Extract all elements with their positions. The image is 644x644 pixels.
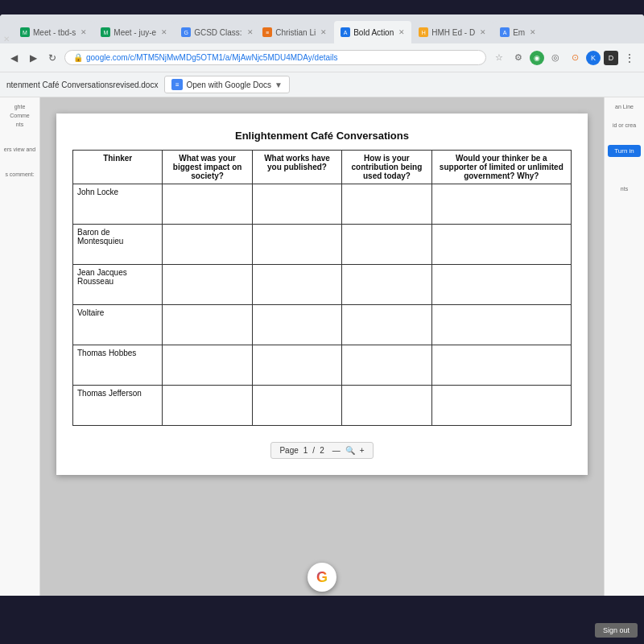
tab-bar: ✕ M Meet - tbd-s ✕ M Meet - juy-e ✕ G GC… [0, 14, 644, 43]
google-logo: G [308, 563, 336, 592]
tab-em[interactable]: A Em ✕ [493, 21, 543, 43]
sign-out-button[interactable]: Sign out [595, 623, 638, 638]
tab-meet-1[interactable]: M Meet - tbd-s ✕ [14, 21, 93, 43]
table-row: Voltaire [73, 305, 572, 345]
cell-works-3 [252, 305, 341, 345]
total-pages: 2 [320, 446, 324, 455]
cell-supporter-3 [431, 305, 571, 345]
cell-supporter-4 [431, 345, 571, 386]
cell-thinker-2: Jean Jacques Rousseau [73, 265, 163, 305]
cell-impact-5 [163, 386, 252, 426]
cell-contribution-2 [342, 265, 431, 305]
extension-icon-1[interactable]: ◉ [530, 51, 544, 65]
tab-gcsd[interactable]: G GCSD Class: ✕ [175, 21, 255, 43]
table-row: Thomas Jefferson [73, 386, 572, 426]
google-circle: G [308, 563, 336, 592]
cell-works-1 [252, 225, 341, 265]
table-row: John Locke [73, 184, 572, 225]
extension-d-icon[interactable]: D [604, 51, 618, 65]
cell-supporter-2 [431, 265, 571, 305]
cell-impact-2 [163, 265, 252, 305]
open-with-gdocs-button[interactable]: ≡ Open with Google Docs ▼ [164, 76, 290, 93]
tab-christian[interactable]: ≡ Christian Li ✕ [256, 21, 333, 43]
browser-close[interactable]: ✕ [3, 35, 10, 43]
page-separator: / [312, 446, 315, 455]
cell-works-2 [252, 265, 341, 305]
tab-close-3[interactable]: ✕ [247, 28, 254, 36]
sidebar-right-label-3: nts [608, 186, 641, 192]
gdocs-filename: ntenment Café Conversationsrevised.docx [6, 80, 158, 89]
doc-title: Enlightenment Café Conversations [72, 130, 572, 142]
back-button[interactable]: ◀ [6, 51, 21, 65]
sidebar-left-label-1: ghte [3, 104, 36, 109]
turn-in-button[interactable]: Turn in [608, 145, 641, 157]
extension-icon-2[interactable]: ◎ [547, 50, 564, 66]
google-g-letter: G [316, 569, 328, 586]
cell-supporter-1 [431, 225, 571, 265]
col-header-contribution: How is your contribution being used toda… [342, 151, 431, 184]
more-menu-icon[interactable]: ⋮ [621, 50, 638, 66]
tab-hmh[interactable]: H HMH Ed - D ✕ [412, 21, 493, 43]
cell-contribution-4 [342, 345, 431, 386]
screen: ✕ M Meet - tbd-s ✕ M Meet - juy-e ✕ G GC… [0, 0, 644, 644]
sidebar-left-label-3: nts [3, 122, 36, 127]
col-header-supporter: Would your thinker be a supporter of lim… [431, 151, 571, 184]
gdocs-bar: ntenment Café Conversationsrevised.docx … [0, 72, 644, 97]
cell-contribution-1 [342, 225, 431, 265]
col-header-works: What works have you published? [252, 151, 341, 184]
tab-close-5[interactable]: ✕ [398, 28, 405, 36]
cell-works-0 [252, 184, 341, 225]
cell-impact-0 [163, 184, 252, 225]
cell-thinker-4: Thomas Hobbes [73, 345, 163, 386]
tab-close-7[interactable]: ✕ [530, 28, 536, 36]
cell-thinker-3: Voltaire [73, 305, 163, 345]
cell-contribution-0 [342, 184, 431, 225]
taskbar: Sign out [0, 597, 644, 644]
search-icon[interactable]: 🔍 [345, 446, 355, 455]
settings-icon[interactable]: ⚙ [510, 50, 526, 66]
current-page: 1 [303, 446, 308, 455]
browser-window: ✕ M Meet - tbd-s ✕ M Meet - juy-e ✕ G GC… [0, 14, 644, 596]
sidebar-right-label-1: an Line [608, 104, 641, 109]
cell-impact-1 [163, 225, 252, 265]
tab-meet-2[interactable]: M Meet - juy-e ✕ [94, 21, 174, 43]
cell-works-4 [252, 345, 341, 386]
extension-k-icon[interactable]: K [586, 51, 601, 65]
sidebar-left-label-4: ers view and [3, 147, 36, 152]
sidebar-left-label-2: Comme [3, 113, 36, 118]
col-header-impact: What was your biggest impact on society? [163, 151, 252, 184]
tab-close-1[interactable]: ✕ [80, 28, 87, 36]
cell-supporter-5 [431, 386, 571, 426]
extension-icon-3[interactable]: ⊙ [567, 50, 583, 66]
address-bar[interactable]: 🔒 google.com/c/MTM5NjMwMDg5OTM1/a/MjAwNj… [64, 50, 486, 65]
table-row: Baron de Montesquieu [73, 225, 572, 265]
reload-button[interactable]: ↻ [45, 51, 60, 65]
zoom-in-button[interactable]: + [360, 446, 365, 455]
tab-close-4[interactable]: ✕ [320, 28, 327, 36]
lock-icon: 🔒 [73, 53, 83, 62]
toolbar-icons: ☆ ⚙ ◉ ◎ ⊙ K D ⋮ [491, 50, 638, 66]
sidebar-right-label-2: id or crea [608, 122, 641, 128]
address-bar-row: ◀ ▶ ↻ 🔒 google.com/c/MTM5NjMwMDg5OTM1/a/… [0, 43, 644, 72]
cell-contribution-3 [342, 305, 431, 345]
sidebar-left-label-5: s comment: [3, 171, 36, 177]
dropdown-arrow-icon[interactable]: ▼ [275, 80, 283, 89]
zoom-out-button[interactable]: — [332, 446, 341, 455]
forward-button[interactable]: ▶ [26, 51, 40, 65]
page-label: Page [279, 446, 298, 455]
tab-close-2[interactable]: ✕ [161, 28, 167, 36]
doc-container: Enlightenment Café Conversations Thinker… [40, 97, 604, 596]
gdocs-icon: ≡ [171, 79, 183, 90]
table-row: Thomas Hobbes [73, 345, 572, 386]
tab-close-6[interactable]: ✕ [480, 28, 486, 36]
doc-page: Enlightenment Café Conversations Thinker… [56, 114, 588, 475]
page-content: ghte Comme nts ers view and s comment: a… [0, 97, 644, 596]
cell-works-5 [252, 386, 341, 426]
tab-bold-action[interactable]: A Bold Action ✕ [334, 21, 411, 43]
enlightenment-table: Thinker What was your biggest impact on … [72, 150, 572, 426]
sidebar-left: ghte Comme nts ers view and s comment: [0, 97, 40, 596]
cell-impact-4 [163, 345, 252, 386]
page-footer: Page 1 / 2 — 🔍 + [270, 442, 373, 459]
bookmark-star-icon[interactable]: ☆ [491, 50, 507, 66]
cell-thinker-1: Baron de Montesquieu [73, 225, 163, 265]
